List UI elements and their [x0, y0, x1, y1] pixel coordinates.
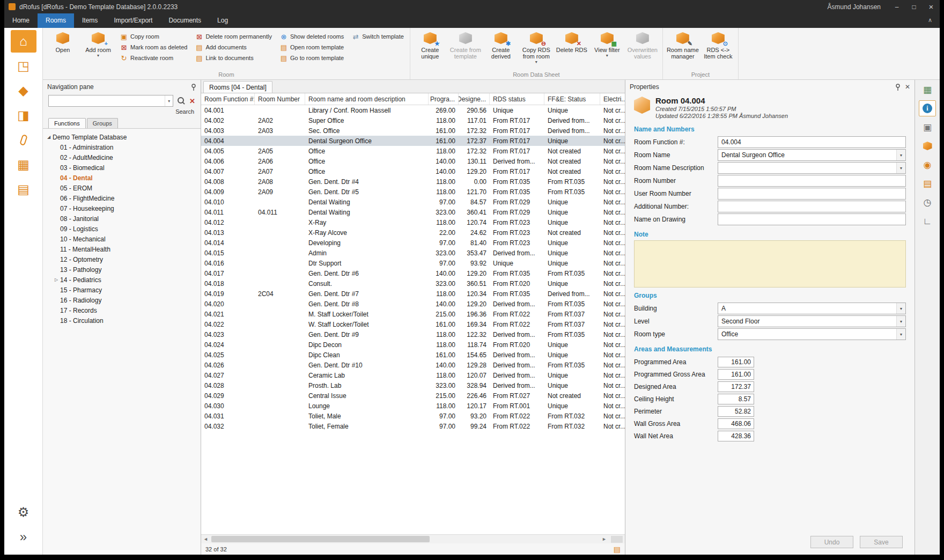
column-header-designe[interactable]: Designe...: [459, 93, 490, 105]
copies-icon[interactable]: ▣: [919, 119, 936, 135]
maximize-button[interactable]: □: [905, 0, 923, 13]
show-deleted-rooms-button[interactable]: ⊗Show deleted rooms: [279, 31, 344, 42]
menu-tab-rooms[interactable]: Rooms: [38, 13, 74, 28]
table-row[interactable]: 04.0052A05Office118.00172.32From RT.017N…: [201, 146, 625, 156]
tree-item-14-pediatrics[interactable]: ▷14 - Pediatrics: [45, 275, 198, 285]
chevron-down-icon[interactable]: ▼: [896, 329, 905, 340]
scrollbar-track[interactable]: [210, 535, 600, 543]
properties-pin-icon[interactable]: [895, 84, 901, 91]
table-row[interactable]: 04.0062A06Office140.00130.11Derived from…: [201, 156, 625, 166]
room-cube-icon[interactable]: [919, 138, 936, 154]
tree-item-01-administration[interactable]: 01 - Administration: [45, 142, 198, 152]
view-filter-button[interactable]: ▦View filter▾: [589, 29, 625, 59]
search-dropdown-icon[interactable]: ▼: [165, 95, 173, 106]
table-row[interactable]: 04.010Dental Waiting97.0084.57From RT.02…: [201, 197, 625, 207]
tree-item-13-pathology[interactable]: 13 - Pathology: [45, 264, 198, 275]
table-row[interactable]: 04.001Library / Conf. Room Hassell269.00…: [201, 105, 625, 115]
table-row[interactable]: 04.014Developing97.0081.40From RT.023Uni…: [201, 238, 625, 248]
room-type-input[interactable]: [718, 328, 906, 340]
delete-rds-button[interactable]: ✕Delete RDS: [554, 29, 589, 54]
info-icon[interactable]: i: [919, 100, 936, 116]
open-room-template-button[interactable]: ▤Open room template: [279, 42, 344, 53]
room-name-field[interactable]: ▼: [718, 149, 906, 161]
settings-gear-icon[interactable]: ⚙: [11, 501, 36, 524]
room-function-input[interactable]: [718, 136, 906, 148]
products-icon[interactable]: ◨: [11, 104, 36, 127]
search-input[interactable]: [49, 95, 165, 106]
attachments-icon[interactable]: [11, 129, 36, 151]
reactivate-room-button[interactable]: ↻Reactivate room: [120, 53, 187, 63]
open-button[interactable]: Open: [45, 29, 80, 54]
search-icon[interactable]: [178, 97, 185, 105]
tree-item-16-radiology[interactable]: 16 - Radiology: [45, 295, 198, 305]
table-row[interactable]: 04.021M. Staff Locker/Toilet215.00196.36…: [201, 309, 625, 319]
tree-item-11-mentalhealth[interactable]: 11 - MentalHealth: [45, 244, 198, 254]
programmed-gross-area-input[interactable]: [718, 369, 754, 380]
tree-item-08-janitorial[interactable]: 08 - Janitorial: [45, 213, 198, 224]
table-row[interactable]: 04.030Lounge118.00120.17From RT.001Uniqu…: [201, 401, 625, 411]
room-name-description-field[interactable]: ▼: [718, 162, 906, 174]
add-room-button[interactable]: +Add room▾: [80, 29, 116, 59]
room-number-input[interactable]: [718, 175, 906, 187]
chevron-down-icon[interactable]: ▼: [896, 163, 905, 173]
measurements-icon[interactable]: ∟: [919, 213, 936, 229]
ceiling-height-input[interactable]: [718, 394, 754, 404]
undo-button[interactable]: Undo: [810, 536, 853, 548]
scrollbar-thumb[interactable]: [211, 536, 430, 542]
table-row[interactable]: 04.018Consult.323.00360.51From RT.020Uni…: [201, 278, 625, 289]
add-documents-button[interactable]: ▤Add documents: [195, 42, 272, 53]
rooms-tab[interactable]: Rooms [04 - Dental]: [203, 81, 272, 93]
table-row[interactable]: 04.0192C04Gen. Dent. Dtr #7118.00120.34F…: [201, 289, 625, 299]
menu-tab-items[interactable]: Items: [74, 13, 106, 28]
programmed-area-input[interactable]: [718, 357, 754, 367]
tree-item-02-adultmedicine[interactable]: 02 - AdultMedicine: [45, 152, 198, 163]
level-input[interactable]: [718, 315, 906, 327]
history-icon[interactable]: ◷: [919, 194, 936, 210]
table-row[interactable]: 04.012X-Ray118.00120.74From RT.023Unique…: [201, 217, 625, 227]
nav-tab-functions[interactable]: Functions: [48, 118, 86, 128]
menu-tab-log[interactable]: Log: [209, 13, 236, 28]
tree-item-15-pharmacy[interactable]: 15 - Pharmacy: [45, 285, 198, 295]
reports-icon[interactable]: ▦: [11, 153, 36, 176]
minimize-button[interactable]: –: [888, 0, 905, 13]
room-name-input[interactable]: [718, 149, 906, 161]
note-textarea[interactable]: [634, 240, 906, 288]
collapse-ribbon-button[interactable]: ∧: [920, 13, 940, 28]
table-row[interactable]: 04.0082A08Gen. Dent. Dtr #4118.000.00Fro…: [201, 176, 625, 187]
column-header-ff-e-status[interactable]: FF&E: Status: [544, 93, 600, 105]
rooms-icon[interactable]: ⌂: [11, 30, 36, 53]
additional-number-field[interactable]: [718, 201, 906, 212]
documents-icon[interactable]: ▤: [11, 178, 36, 201]
room-name-manager-button[interactable]: ✎Room name manager: [665, 29, 700, 61]
table-row[interactable]: 04.028Prosth. Lab323.00328.94Derived fro…: [201, 380, 625, 390]
close-button[interactable]: ×: [923, 0, 940, 13]
designed-area-input[interactable]: [718, 381, 754, 392]
mark-room-as-deleted-button[interactable]: ⊠Mark room as deleted: [120, 42, 187, 53]
perimeter-input[interactable]: [718, 406, 754, 417]
column-header-electri[interactable]: Electri...: [600, 93, 625, 105]
room-data-sheet-columns-icon[interactable]: ▦: [919, 82, 936, 98]
tree-expander-icon[interactable]: ◢: [45, 135, 53, 139]
link-to-documents-button[interactable]: ▤Link to documents: [195, 53, 272, 63]
additional-number-input[interactable]: [718, 201, 906, 212]
tree-item-06-flightmedicine[interactable]: 06 - FlightMedicine: [45, 193, 198, 203]
room-type-field[interactable]: ▼: [718, 328, 906, 340]
column-header-room-number[interactable]: Room Number: [255, 93, 305, 105]
go-to-room-template-button[interactable]: ▤Go to room template: [279, 53, 344, 63]
tree-item-10-mechanical[interactable]: 10 - Mechanical: [45, 234, 198, 244]
table-row[interactable]: 04.0032A03Sec. Office161.00172.32From RT…: [201, 126, 625, 136]
properties-close-icon[interactable]: ✕: [905, 83, 910, 91]
menu-tab-home[interactable]: Home: [4, 13, 38, 28]
chevron-down-icon[interactable]: ▼: [896, 303, 905, 314]
table-row[interactable]: 04.027Ceramic Lab118.00120.07Derived fro…: [201, 370, 625, 380]
room-name-description-input[interactable]: [718, 162, 906, 174]
table-row[interactable]: 04.020Gen. Dent. Dtr #8140.00129.20Deriv…: [201, 299, 625, 309]
switch-template-button[interactable]: ⇄Switch template: [351, 31, 404, 42]
tree-expander-icon[interactable]: ▷: [53, 277, 60, 282]
column-header-room-name-and-room-description[interactable]: Room name and room description: [305, 93, 429, 105]
table-row[interactable]: 04.0072A07Office140.00129.20From RT.017N…: [201, 166, 625, 176]
column-header-rds-status[interactable]: RDS status: [490, 93, 544, 105]
tree-item-17-records[interactable]: 17 - Records: [45, 305, 198, 315]
tree-item-03-biomedical[interactable]: 03 - Biomedical: [45, 163, 198, 173]
table-row[interactable]: 04.031Toliet, Male97.0093.20From RT.022F…: [201, 411, 625, 421]
